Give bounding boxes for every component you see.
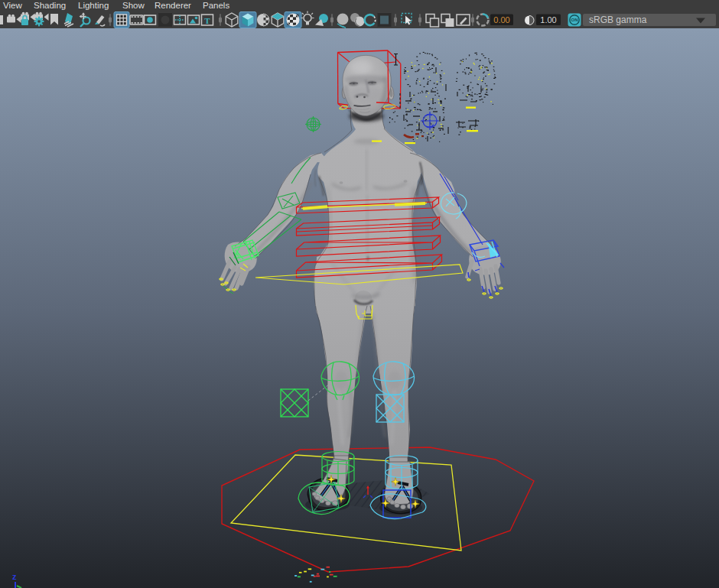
svg-text:T: T <box>204 16 210 25</box>
svg-text:0.00: 0.00 <box>493 15 509 24</box>
svg-text:ON: ON <box>571 18 578 22</box>
svg-text:sRGB gamma: sRGB gamma <box>589 15 647 25</box>
svg-text:z: z <box>12 572 17 581</box>
svg-text:1.00: 1.00 <box>540 15 556 24</box>
